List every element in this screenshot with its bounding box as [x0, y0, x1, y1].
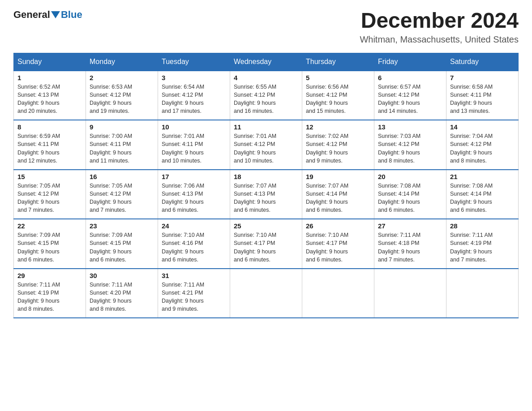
day-number: 1 — [17, 74, 82, 81]
day-info: Sunrise: 7:10 AM Sunset: 4:17 PM Dayligh… — [306, 231, 370, 264]
day-number: 11 — [234, 123, 298, 131]
day-info: Sunrise: 6:56 AM Sunset: 4:12 PM Dayligh… — [306, 83, 370, 116]
col-monday: Monday — [86, 53, 158, 71]
table-row — [446, 269, 519, 318]
day-info: Sunrise: 7:01 AM Sunset: 4:11 PM Dayligh… — [162, 132, 226, 165]
day-info: Sunrise: 7:09 AM Sunset: 4:15 PM Dayligh… — [90, 231, 154, 264]
day-info: Sunrise: 7:11 AM Sunset: 4:19 PM Dayligh… — [17, 281, 82, 313]
table-row: 21 Sunrise: 7:08 AM Sunset: 4:14 PM Dayl… — [446, 170, 519, 219]
day-info: Sunrise: 7:09 AM Sunset: 4:15 PM Dayligh… — [17, 231, 82, 264]
day-number: 14 — [450, 123, 515, 131]
day-info: Sunrise: 7:02 AM Sunset: 4:12 PM Dayligh… — [306, 132, 370, 165]
table-row: 8 Sunrise: 6:59 AM Sunset: 4:11 PM Dayli… — [14, 120, 86, 170]
day-info: Sunrise: 7:11 AM Sunset: 4:20 PM Dayligh… — [90, 281, 154, 313]
day-number: 27 — [378, 222, 442, 230]
day-info: Sunrise: 7:08 AM Sunset: 4:14 PM Dayligh… — [450, 182, 515, 214]
table-row: 31 Sunrise: 7:11 AM Sunset: 4:21 PM Dayl… — [158, 269, 230, 318]
col-saturday: Saturday — [446, 53, 519, 71]
day-number: 12 — [306, 123, 370, 131]
table-row: 17 Sunrise: 7:06 AM Sunset: 4:13 PM Dayl… — [158, 170, 230, 219]
calendar-header-row: Sunday Monday Tuesday Wednesday Thursday… — [14, 53, 519, 71]
day-number: 4 — [234, 74, 298, 81]
calendar-week-row: 15 Sunrise: 7:05 AM Sunset: 4:12 PM Dayl… — [14, 170, 519, 219]
table-row: 12 Sunrise: 7:02 AM Sunset: 4:12 PM Dayl… — [302, 120, 374, 170]
day-number: 22 — [17, 222, 82, 230]
day-number: 26 — [306, 222, 370, 230]
table-row: 30 Sunrise: 7:11 AM Sunset: 4:20 PM Dayl… — [86, 269, 158, 318]
day-info: Sunrise: 7:07 AM Sunset: 4:13 PM Dayligh… — [234, 182, 298, 214]
location-subtitle: Whitman, Massachusetts, United States — [360, 34, 519, 45]
table-row: 6 Sunrise: 6:57 AM Sunset: 4:12 PM Dayli… — [374, 71, 446, 120]
day-number: 16 — [90, 173, 154, 180]
day-number: 23 — [90, 222, 154, 230]
table-row: 25 Sunrise: 7:10 AM Sunset: 4:17 PM Dayl… — [230, 219, 302, 269]
day-info: Sunrise: 6:55 AM Sunset: 4:12 PM Dayligh… — [234, 83, 298, 116]
day-number: 20 — [378, 173, 442, 180]
table-row: 9 Sunrise: 7:00 AM Sunset: 4:11 PM Dayli… — [86, 120, 158, 170]
day-number: 15 — [17, 173, 82, 180]
day-number: 5 — [306, 74, 370, 81]
day-number: 29 — [17, 272, 82, 279]
table-row: 14 Sunrise: 7:04 AM Sunset: 4:12 PM Dayl… — [446, 120, 519, 170]
day-number: 7 — [450, 74, 515, 81]
day-number: 31 — [162, 272, 226, 279]
table-row — [302, 269, 374, 318]
day-info: Sunrise: 6:54 AM Sunset: 4:12 PM Dayligh… — [162, 83, 226, 116]
table-row: 19 Sunrise: 7:07 AM Sunset: 4:14 PM Dayl… — [302, 170, 374, 219]
table-row: 24 Sunrise: 7:10 AM Sunset: 4:16 PM Dayl… — [158, 219, 230, 269]
table-row: 10 Sunrise: 7:01 AM Sunset: 4:11 PM Dayl… — [158, 120, 230, 170]
day-number: 17 — [162, 173, 226, 180]
day-number: 10 — [162, 123, 226, 131]
table-row: 2 Sunrise: 6:53 AM Sunset: 4:12 PM Dayli… — [86, 71, 158, 120]
table-row: 20 Sunrise: 7:08 AM Sunset: 4:14 PM Dayl… — [374, 170, 446, 219]
table-row — [230, 269, 302, 318]
day-info: Sunrise: 7:04 AM Sunset: 4:12 PM Dayligh… — [450, 132, 515, 165]
table-row: 22 Sunrise: 7:09 AM Sunset: 4:15 PM Dayl… — [14, 219, 86, 269]
table-row: 16 Sunrise: 7:05 AM Sunset: 4:12 PM Dayl… — [86, 170, 158, 219]
day-info: Sunrise: 7:11 AM Sunset: 4:18 PM Dayligh… — [378, 231, 442, 264]
day-info: Sunrise: 7:00 AM Sunset: 4:11 PM Dayligh… — [90, 132, 154, 165]
day-number: 18 — [234, 173, 298, 180]
day-number: 9 — [90, 123, 154, 131]
day-info: Sunrise: 7:01 AM Sunset: 4:12 PM Dayligh… — [234, 132, 298, 165]
calendar-week-row: 8 Sunrise: 6:59 AM Sunset: 4:11 PM Dayli… — [14, 120, 519, 170]
day-number: 13 — [378, 123, 442, 131]
month-year-title: December 2024 — [360, 9, 519, 33]
day-info: Sunrise: 7:11 AM Sunset: 4:19 PM Dayligh… — [450, 231, 515, 264]
day-info: Sunrise: 7:11 AM Sunset: 4:21 PM Dayligh… — [162, 281, 226, 313]
day-info: Sunrise: 6:58 AM Sunset: 4:11 PM Dayligh… — [450, 83, 515, 116]
day-info: Sunrise: 6:59 AM Sunset: 4:11 PM Dayligh… — [17, 132, 82, 165]
day-number: 25 — [234, 222, 298, 230]
day-info: Sunrise: 6:52 AM Sunset: 4:13 PM Dayligh… — [17, 83, 82, 116]
col-friday: Friday — [374, 53, 446, 71]
table-row: 13 Sunrise: 7:03 AM Sunset: 4:12 PM Dayl… — [374, 120, 446, 170]
col-thursday: Thursday — [302, 53, 374, 71]
day-number: 21 — [450, 173, 515, 180]
day-number: 3 — [162, 74, 226, 81]
table-row — [374, 269, 446, 318]
day-info: Sunrise: 7:05 AM Sunset: 4:12 PM Dayligh… — [90, 182, 154, 214]
day-info: Sunrise: 7:05 AM Sunset: 4:12 PM Dayligh… — [17, 182, 82, 214]
table-row: 3 Sunrise: 6:54 AM Sunset: 4:12 PM Dayli… — [158, 71, 230, 120]
day-number: 8 — [17, 123, 82, 131]
day-number: 6 — [378, 74, 442, 81]
logo-blue-text: Blue — [61, 9, 82, 21]
calendar-week-row: 29 Sunrise: 7:11 AM Sunset: 4:19 PM Dayl… — [14, 269, 519, 318]
page-header: General Blue December 2024 Whitman, Mass… — [13, 9, 519, 45]
col-wednesday: Wednesday — [230, 53, 302, 71]
logo-general-text: General — [13, 9, 50, 21]
day-info: Sunrise: 7:03 AM Sunset: 4:12 PM Dayligh… — [378, 132, 442, 165]
table-row: 11 Sunrise: 7:01 AM Sunset: 4:12 PM Dayl… — [230, 120, 302, 170]
calendar-table: Sunday Monday Tuesday Wednesday Thursday… — [13, 53, 519, 319]
logo: General Blue — [13, 9, 82, 21]
calendar-week-row: 22 Sunrise: 7:09 AM Sunset: 4:15 PM Dayl… — [14, 219, 519, 269]
table-row: 15 Sunrise: 7:05 AM Sunset: 4:12 PM Dayl… — [14, 170, 86, 219]
col-tuesday: Tuesday — [158, 53, 230, 71]
table-row: 5 Sunrise: 6:56 AM Sunset: 4:12 PM Dayli… — [302, 71, 374, 120]
table-row: 29 Sunrise: 7:11 AM Sunset: 4:19 PM Dayl… — [14, 269, 86, 318]
day-number: 24 — [162, 222, 226, 230]
table-row: 27 Sunrise: 7:11 AM Sunset: 4:18 PM Dayl… — [374, 219, 446, 269]
table-row: 1 Sunrise: 6:52 AM Sunset: 4:13 PM Dayli… — [14, 71, 86, 120]
day-info: Sunrise: 6:53 AM Sunset: 4:12 PM Dayligh… — [90, 83, 154, 116]
title-block: December 2024 Whitman, Massachusetts, Un… — [360, 9, 519, 45]
